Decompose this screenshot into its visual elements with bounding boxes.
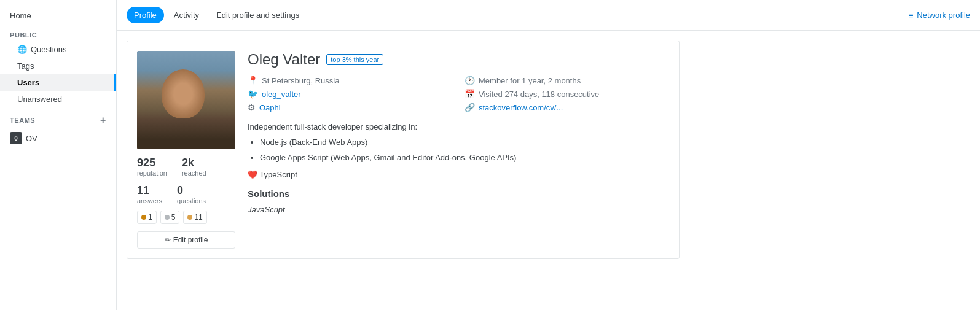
sidebar-public-label: PUBLIC [0, 24, 116, 41]
answers-stat: 11 answers [137, 184, 162, 204]
reputation-label: reputation [137, 169, 167, 177]
gold-badge-dot [141, 215, 146, 220]
profile-right-column: Oleg Valter top 3% this year 📍 St Peters… [248, 51, 669, 249]
bronze-badge: 11 [183, 211, 206, 224]
questions-label: questions [177, 197, 206, 204]
answers-questions-row: 11 answers 0 questions [137, 184, 235, 204]
location-icon: 📍 [248, 76, 258, 85]
profile-meta: 📍 St Petersburg, Russia 🕐 Member for 1 y… [248, 76, 669, 112]
profile-left-column: 925 reputation 2k reached 11 answers 0 [137, 51, 235, 249]
solutions-heading: Solutions [248, 187, 669, 201]
twitter-icon: 🐦 [248, 89, 258, 99]
sidebar-item-tags[interactable]: Tags [0, 58, 116, 74]
globe-icon: 🌐 [17, 45, 27, 54]
calendar-icon: 📅 [465, 89, 475, 99]
questions-stat: 0 questions [177, 184, 206, 204]
top-percentage-badge: top 3% this year [326, 54, 383, 65]
sidebar-item-team-ov[interactable]: 0 OV [0, 128, 116, 148]
profile-content-area: 925 reputation 2k reached 11 answers 0 [117, 31, 980, 310]
cv-meta: 🔗 stackoverflow.com/cv/... [465, 103, 669, 112]
silver-badge: 5 [160, 211, 180, 224]
heart-icon: ❤️ [248, 170, 257, 179]
profile-name: Oleg Valter [248, 51, 320, 68]
solutions-lang: JavaScript [248, 204, 669, 217]
profile-name-row: Oleg Valter top 3% this year [248, 51, 669, 68]
answers-label: answers [137, 197, 162, 204]
reputation-stat: 925 reputation [137, 157, 167, 177]
sidebar: Home PUBLIC 🌐Questions Tags Users Unansw… [0, 0, 117, 310]
main-content: Profile Activity Edit profile and settin… [117, 0, 980, 310]
github-meta: ⚙ Oaphi [248, 103, 452, 112]
gold-badge: 1 [137, 211, 157, 224]
location-meta: 📍 St Petersburg, Russia [248, 76, 452, 85]
team-avatar: 0 [10, 132, 22, 144]
reached-number: 2k [182, 157, 206, 169]
tab-edit-profile[interactable]: Edit profile and settings [209, 7, 307, 23]
member-since-meta: 🕐 Member for 1 year, 2 months [465, 76, 669, 85]
sidebar-item-home[interactable]: Home [0, 7, 116, 24]
bio-list-item: Google Apps Script (Web Apps, Gmail and … [260, 152, 669, 165]
bio-list-item: Node.js (Back-End Web Apps) [260, 136, 669, 149]
network-icon: ≡ [908, 10, 913, 20]
bio-list: Node.js (Back-End Web Apps) Google Apps … [260, 136, 669, 165]
stats-row: 925 reputation 2k reached [137, 157, 235, 177]
sidebar-item-unanswered[interactable]: Unanswered [0, 91, 116, 107]
link-icon: 🔗 [465, 103, 475, 112]
profile-card: 925 reputation 2k reached 11 answers 0 [127, 41, 680, 259]
answers-number: 11 [137, 184, 162, 197]
silver-badge-dot [165, 215, 170, 220]
reached-stat: 2k reached [182, 157, 206, 177]
tab-group: Profile Activity Edit profile and settin… [127, 7, 307, 23]
bronze-badge-dot [187, 215, 192, 220]
pencil-icon: ✏ [165, 236, 171, 244]
questions-number: 0 [177, 184, 206, 197]
github-icon: ⚙ [248, 103, 256, 112]
reputation-number: 925 [137, 157, 167, 169]
tab-activity[interactable]: Activity [167, 7, 206, 23]
bio-intro: Independent full-stack developer special… [248, 121, 669, 134]
clock-icon: 🕐 [465, 76, 475, 85]
typescript-line: ❤️ TypeScript [248, 169, 669, 182]
tab-profile[interactable]: Profile [127, 7, 164, 23]
visited-meta: 📅 Visited 274 days, 118 consecutive [465, 89, 669, 99]
network-profile-link[interactable]: ≡ Network profile [908, 10, 970, 20]
avatar [137, 51, 235, 149]
reached-label: reached [182, 169, 206, 177]
sidebar-item-questions[interactable]: 🌐Questions [0, 41, 116, 58]
edit-profile-button[interactable]: ✏ Edit profile [137, 231, 235, 249]
sidebar-item-users[interactable]: Users [0, 74, 116, 91]
badges-row: 1 5 11 [137, 211, 235, 224]
top-navigation: Profile Activity Edit profile and settin… [117, 0, 980, 31]
profile-bio: Independent full-stack developer special… [248, 121, 669, 217]
add-team-button[interactable]: + [100, 115, 106, 126]
twitter-meta: 🐦 oleg_valter [248, 89, 452, 99]
sidebar-teams-section: TEAMS + [0, 107, 116, 128]
